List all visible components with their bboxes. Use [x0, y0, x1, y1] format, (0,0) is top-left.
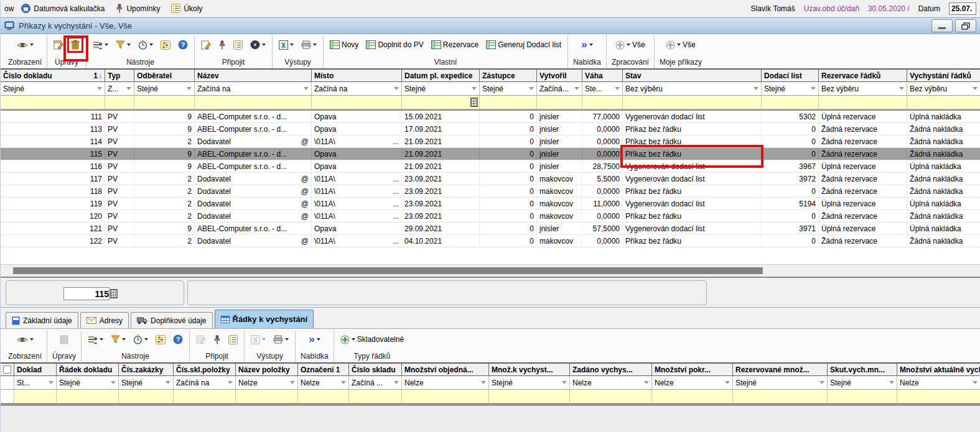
orders-search-cell-0[interactable]	[1, 96, 105, 109]
orders-row-116[interactable]: 116PV9ABEL-Computer s.r.o. - d...Opava21…	[1, 160, 980, 173]
orders-filter-0[interactable]: Stejné	[1, 82, 105, 95]
attach-media-button[interactable]	[249, 40, 267, 50]
orders-col-header-3[interactable]: Název	[195, 70, 312, 81]
lines-filter-11[interactable]: Nelze	[652, 376, 733, 389]
moje-prikazy-button[interactable]: Vše	[665, 40, 697, 50]
lines-col-header-4[interactable]: Čís.skl.položky	[174, 364, 236, 375]
orders-row-118[interactable]: 118PV2Dodavatel@\011A\...23.09.20210mako…	[1, 185, 980, 198]
lines-col-header-3[interactable]: Čís.zakázky	[119, 364, 174, 375]
lines-col-header-7[interactable]: Číslo skladu	[349, 364, 402, 375]
attach-list-button[interactable]	[227, 334, 239, 345]
orders-col-header-10[interactable]: Dodací list	[762, 70, 819, 81]
zpracovani-button[interactable]: Vše	[614, 40, 646, 50]
zobrazeni-button[interactable]	[16, 40, 35, 50]
orders-col-header-12[interactable]: Vychystání řádků	[907, 70, 980, 81]
lines-filter-10[interactable]: Nelze	[570, 376, 652, 389]
lines-col-header-13[interactable]: Skut.vych.mn...	[828, 364, 897, 375]
tab-radky-k-vychystani[interactable]: Řádky k vychystání	[215, 310, 314, 328]
datepicker-icon[interactable]	[470, 98, 478, 107]
timer-button[interactable]	[132, 334, 149, 345]
lines-col-header-10[interactable]: Zadáno vychys...	[570, 364, 652, 375]
lines-search-cell-1[interactable]	[14, 390, 57, 403]
menubar-item-reminders[interactable]: Upomínky	[116, 4, 160, 13]
orders-filter-9[interactable]: Bez výběru	[623, 82, 762, 95]
orders-filter-1[interactable]: Z...	[105, 82, 134, 95]
lines-filter-9[interactable]: Stejné	[489, 376, 570, 389]
lines-col-header-1[interactable]: Doklad	[14, 364, 57, 375]
orders-col-header-5[interactable]: Datum pl. expedice	[402, 70, 480, 81]
print-button[interactable]	[300, 40, 318, 50]
filter-button[interactable]	[114, 40, 132, 50]
lines-filter-6[interactable]: Nelze	[298, 376, 349, 389]
select-all-checkbox[interactable]	[3, 365, 11, 374]
attach-pin-button[interactable]	[212, 334, 222, 345]
horizontal-scrollbar[interactable]	[1, 264, 980, 277]
orders-row-121[interactable]: 121PV9ABEL-Computer s.r.o. - d...Opava29…	[1, 223, 980, 235]
scrollbar-thumb[interactable]	[13, 267, 763, 274]
typy-radku-button[interactable]: Skladovatelné	[339, 334, 405, 345]
filter-button[interactable]	[110, 334, 127, 344]
lines-col-header-11[interactable]: Množství pokr...	[652, 364, 733, 375]
restore-button[interactable]	[955, 19, 976, 32]
organize-button[interactable]	[91, 40, 110, 50]
nabidka-button[interactable]: »	[307, 334, 321, 344]
orders-filter-2[interactable]: Stejné	[134, 82, 195, 95]
date-input[interactable]: 25.07.	[949, 2, 976, 15]
lines-filter-5[interactable]: Nelze	[236, 376, 298, 389]
orders-col-header-6[interactable]: Zástupce	[480, 70, 537, 81]
attach-note-button[interactable]	[200, 39, 212, 50]
orders-col-header-1[interactable]: Typ	[105, 70, 134, 81]
orders-search-cell-8[interactable]	[582, 96, 623, 109]
lines-filter-7[interactable]: Začíná ...	[349, 376, 402, 389]
orders-filter-11[interactable]: Bez výběru	[819, 82, 907, 95]
lines-search-cell-14[interactable]	[897, 390, 980, 403]
attach-pin-button[interactable]	[217, 40, 227, 50]
record-picker-icon[interactable]	[110, 289, 118, 298]
export-excel-button[interactable]: X	[278, 40, 295, 50]
orders-filter-8[interactable]: Ste...	[582, 82, 623, 95]
lines-search-cell-2[interactable]	[57, 390, 119, 403]
orders-col-header-7[interactable]: Vytvořil	[537, 70, 582, 81]
orders-filter-7[interactable]: Začíná...	[537, 82, 582, 95]
menubar-item-date-calculator[interactable]: Datumová kalkulačka	[21, 4, 105, 13]
zobrazeni-button[interactable]	[16, 335, 35, 344]
orders-search-cell-11[interactable]	[819, 96, 907, 109]
custom-button-2[interactable]: Rezervace	[430, 40, 480, 50]
orders-filter-6[interactable]: Stejné	[480, 82, 537, 95]
lines-col-header-9[interactable]: Množ.k vychyst...	[489, 364, 570, 375]
lines-search-cell-13[interactable]	[828, 390, 897, 403]
attach-list-button[interactable]	[232, 40, 244, 50]
orders-search-cell-6[interactable]	[480, 96, 537, 109]
orders-row-115[interactable]: 115PV9ABEL-Computer s.r.o. - d...Opava21…	[1, 148, 980, 160]
orders-col-header-8[interactable]: Váha	[582, 70, 623, 81]
lines-search-cell-11[interactable]	[652, 390, 733, 403]
lines-filter-8[interactable]: Nelze	[402, 376, 489, 389]
custom-button-3[interactable]: Generuj Dodací list	[485, 40, 562, 50]
lines-col-header-5[interactable]: Název položky	[236, 364, 298, 375]
orders-filter-12[interactable]: Bez výběru	[907, 82, 980, 95]
lines-search-cell-10[interactable]	[570, 390, 652, 403]
orders-search-cell-7[interactable]	[537, 96, 582, 109]
orders-row-122[interactable]: 122PV2Dodavatel@\011A\...04.10.20210mako…	[1, 235, 980, 247]
orders-col-header-0[interactable]: Číslo dokladu1↓	[1, 70, 105, 81]
orders-search-cell-1[interactable]	[105, 96, 134, 109]
orders-search-cell-12[interactable]	[907, 96, 980, 109]
orders-search-cell-2[interactable]	[134, 96, 195, 109]
lines-search-cell-5[interactable]	[236, 390, 298, 403]
orders-col-header-4[interactable]: Místo	[312, 70, 402, 81]
orders-filter-5[interactable]: Stejné	[402, 82, 480, 95]
options-button[interactable]	[159, 40, 172, 50]
lines-filter-3[interactable]: Stejné	[119, 376, 174, 389]
help-button[interactable]: ?	[177, 39, 189, 50]
lines-col-header-14[interactable]: Množství aktuálně vychyst...	[897, 364, 980, 375]
orders-row-111[interactable]: 111PV9ABEL-Computer s.r.o. - d...Opava15…	[1, 111, 980, 123]
lines-col-header-2[interactable]: Řádek dokladu	[57, 364, 119, 375]
orders-search-cell-3[interactable]	[195, 96, 312, 109]
orders-search-cell-5[interactable]	[402, 96, 480, 109]
tab-adresy[interactable]: Adresy	[80, 312, 129, 328]
custom-button-0[interactable]: Novy	[329, 40, 360, 50]
orders-row-114[interactable]: 114PV2Dodavatel@\011A\...21.09.20210jnis…	[1, 136, 980, 148]
tab-doplnkove-udaje[interactable]: Doplňkové údaje	[131, 312, 212, 328]
tab-zakladni-udaje[interactable]: Základní údaje	[6, 312, 78, 328]
lines-search-cell-7[interactable]	[349, 390, 402, 403]
